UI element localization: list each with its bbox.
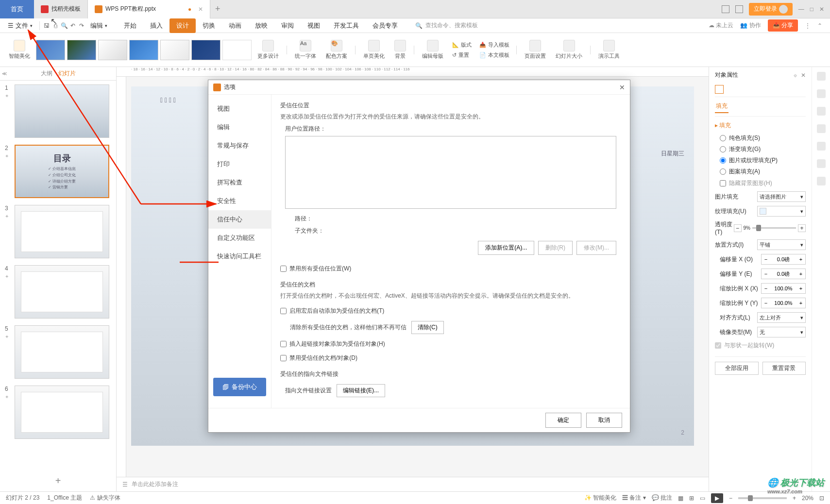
check-hide-bg[interactable]: 隐藏背景图形(H) (720, 177, 806, 189)
reset-button[interactable]: ↺ 重置 (449, 50, 474, 60)
comments-toggle[interactable]: 💬 批注 (652, 494, 672, 502)
ribbon-tab-devtools[interactable]: 开发工具 (327, 18, 366, 33)
collab-button[interactable]: 👥 协作 (740, 21, 761, 30)
unify-font-button[interactable]: Aa 统一字体 (291, 40, 320, 60)
zoom-slider[interactable] (738, 497, 787, 499)
tab-home[interactable]: 首页 (0, 0, 34, 18)
align-select[interactable]: 左上对齐▾ (757, 312, 806, 323)
window-layout-icon[interactable] (722, 5, 729, 13)
template-thumb-3[interactable] (98, 40, 127, 60)
ribbon-tab-insert[interactable]: 插入 (143, 18, 169, 33)
window-maximize-icon[interactable]: □ (810, 6, 813, 13)
reset-bg-button[interactable]: 重置背景 (762, 362, 806, 375)
fill-tab[interactable]: 填充 (715, 100, 728, 113)
view-sorter-icon[interactable]: ⊞ (689, 495, 694, 502)
save-icon[interactable]: 🖫 (43, 22, 51, 30)
dialog-close-icon[interactable]: ✕ (619, 84, 625, 91)
collapse-ribbon-icon[interactable]: ⌃ (817, 22, 822, 29)
sidebar-item-qat[interactable]: 快速访问工具栏 (208, 247, 271, 266)
tool-icon-6[interactable] (817, 159, 826, 168)
slide-item-3[interactable]: 3✦ (5, 205, 111, 258)
decrease-icon[interactable]: − (734, 224, 742, 232)
slide-thumb-4[interactable] (15, 265, 109, 319)
offset-x-spinner[interactable]: −+ (761, 254, 806, 265)
notes-toggle[interactable]: ☰ 备注 ▾ (622, 494, 646, 502)
slide-thumb-3[interactable] (15, 205, 109, 258)
template-thumb-2[interactable] (67, 40, 96, 60)
radio-picture-fill[interactable]: 图片或纹理填充(P) (720, 155, 806, 166)
new-tab-button[interactable]: + (210, 4, 225, 14)
redo-icon[interactable]: ↷ (78, 22, 85, 30)
template-thumb-6[interactable] (191, 40, 220, 60)
backup-center-button[interactable]: 🗐 备份中心 (213, 378, 266, 396)
ribbon-tab-slideshow[interactable]: 放映 (248, 18, 274, 33)
picture-fill-select[interactable]: 请选择图片▾ (757, 191, 806, 202)
slide-thumb-1[interactable] (15, 84, 109, 138)
view-reading-icon[interactable]: ▭ (700, 495, 705, 502)
view-normal-icon[interactable]: ▦ (678, 495, 683, 502)
tool-icon-4[interactable] (817, 124, 826, 133)
file-menu[interactable]: ☰ 文件 ▾ (4, 19, 36, 32)
pin-icon[interactable]: ⟐ (794, 72, 797, 79)
check-auto-add[interactable]: 启用宏后自动添加为受信任的文档(T) (280, 304, 621, 318)
offset-y-spinner[interactable]: −+ (761, 269, 806, 279)
increase-icon[interactable]: + (798, 224, 806, 232)
smart-beautify-button[interactable]: 智能美化 (5, 40, 34, 60)
scale-x-spinner[interactable]: −+ (761, 283, 806, 294)
apply-all-button[interactable]: 全部应用 (715, 362, 759, 375)
fit-icon[interactable]: ⊡ (819, 495, 824, 502)
sidebar-item-security[interactable]: 安全性 (208, 192, 271, 210)
zoom-out-icon[interactable]: − (729, 495, 732, 502)
zoom-value[interactable]: 20% (802, 495, 813, 502)
template-thumb-7[interactable] (222, 40, 252, 60)
print-preview-icon[interactable]: 🔍 (60, 22, 68, 30)
ribbon-tab-design[interactable]: 设计 (169, 18, 196, 33)
smart-beautify-status[interactable]: ✨ 智能美化 (584, 494, 616, 502)
slide-thumb-5[interactable] (15, 325, 109, 379)
template-thumb-1[interactable] (36, 40, 65, 60)
slideshow-button[interactable]: ▶ (711, 493, 723, 503)
sidebar-item-edit[interactable]: 编辑 (208, 118, 271, 136)
slide-item-4[interactable]: 4✦ (5, 265, 111, 319)
template-thumb-4[interactable] (129, 40, 158, 60)
edit-dropdown[interactable]: 编辑 ▾ (86, 19, 111, 32)
more-design-button[interactable]: 更多设计 (254, 40, 283, 60)
slide-item-1[interactable]: 1✦ (5, 84, 111, 138)
ok-button[interactable]: 确定 (545, 413, 581, 428)
cancel-button[interactable]: 取消 (586, 413, 622, 428)
page-setup-button[interactable]: 页面设置 (521, 40, 550, 60)
scale-y-spinner[interactable]: −+ (761, 298, 806, 308)
window-close-icon[interactable]: ✕ (819, 6, 824, 13)
color-scheme-button[interactable]: 🎨 配色方案 (322, 40, 351, 60)
tool-icon-1[interactable] (817, 72, 826, 81)
sidebar-item-trust[interactable]: 信任中心 (208, 210, 271, 229)
tab-template[interactable]: 找稻壳模板 (34, 0, 88, 18)
ribbon-tab-review[interactable]: 审阅 (274, 18, 301, 33)
print-icon[interactable]: ⎙ (51, 22, 59, 30)
import-template-button[interactable]: 📥 导入模板 (476, 40, 512, 50)
slide-thumb-6[interactable] (15, 386, 109, 439)
cloud-status[interactable]: ☁ 未上云 (709, 21, 733, 30)
ribbon-tab-view[interactable]: 视图 (301, 18, 327, 33)
tab-close-icon[interactable]: ✕ (198, 6, 203, 13)
check-hyperlink[interactable]: 插入超链接对象添加为受信任对象(H) (280, 337, 621, 351)
template-thumb-5[interactable] (160, 40, 189, 60)
more-icon[interactable]: ⋮ (805, 22, 811, 29)
slide-thumb-2[interactable]: 目录 ✓ 介绍基本信息 ✓ 介绍公司文化 ✓ 详细介绍方案 ✓ 营销方案 (15, 145, 109, 198)
slide-item-2[interactable]: 2✦ 目录 ✓ 介绍基本信息 ✓ 介绍公司文化 ✓ 详细介绍方案 ✓ 营销方案 (5, 145, 111, 198)
place-mode-select[interactable]: 平铺▾ (757, 239, 806, 250)
mirror-select[interactable]: 无▾ (757, 327, 806, 337)
check-disable-doc[interactable]: 禁用受信任的文档/对象(D) (280, 351, 621, 365)
sidebar-item-spell[interactable]: 拼写检查 (208, 173, 271, 192)
this-template-button[interactable]: 📄 本文模板 (476, 50, 512, 60)
slide-item-6[interactable]: 6✦ (5, 386, 111, 439)
delete-location-button[interactable]: 删除(R) (538, 241, 573, 255)
undo-icon[interactable]: ↶ (69, 22, 77, 30)
apps-icon[interactable] (735, 5, 743, 13)
ribbon-tab-transition[interactable]: 切换 (196, 18, 222, 33)
zoom-in-icon[interactable]: + (793, 495, 796, 502)
edit-master-button[interactable]: 编辑母版 (418, 40, 447, 60)
edit-link-button[interactable]: 编辑链接(E)... (337, 384, 385, 397)
sidebar-item-customize[interactable]: 自定义功能区 (208, 229, 271, 247)
tool-icon-5[interactable] (817, 142, 826, 151)
